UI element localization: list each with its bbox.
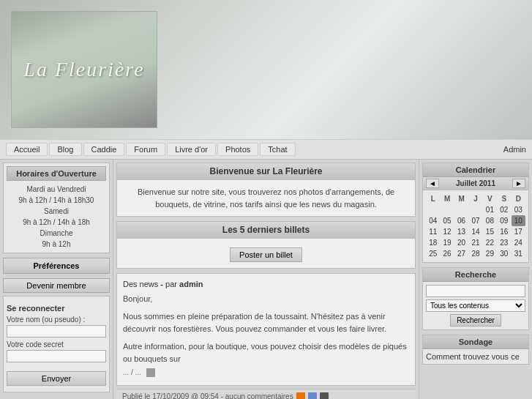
- left-sidebar: Horaires d'Ouverture Mardi au Vendredi 9…: [0, 160, 113, 399]
- cal-cell: 22: [483, 237, 497, 248]
- cal-row-0: 01 02 03: [426, 204, 525, 215]
- cal-today: 10: [512, 215, 525, 226]
- nav-item-blog[interactable]: Blog: [49, 143, 81, 156]
- cal-header-V: V: [483, 193, 497, 204]
- cal-cell: 03: [512, 204, 525, 215]
- cal-cell: 04: [426, 215, 440, 226]
- nav-admin[interactable]: Admin: [503, 145, 526, 154]
- cal-header-M1: M: [440, 193, 454, 204]
- cal-cell: 30: [497, 248, 511, 259]
- cal-cell: 15: [483, 226, 497, 237]
- article-section: Des news - par admin Bonjour, Nous somme…: [116, 273, 416, 386]
- sondage-box: Sondage Comment trouvez vous ce: [422, 335, 529, 365]
- cal-cell: 14: [468, 226, 482, 237]
- hours-title: Horaires d'Ouverture: [7, 166, 106, 181]
- search-select[interactable]: Tous les contenus: [426, 299, 525, 312]
- cal-cell: 17: [512, 226, 525, 237]
- cal-header-J: J: [468, 193, 482, 204]
- cal-header-M2: M: [454, 193, 468, 204]
- sondage-title: Sondage: [423, 335, 528, 349]
- cal-cell: [426, 204, 440, 215]
- envoyer-button[interactable]: Envoyer: [7, 371, 106, 386]
- hours-line-3: 9h à 12h / 14h à 18h: [23, 218, 90, 226]
- welcome-box: Bienvenue sur La Fleurière Bienvenue sur…: [116, 163, 416, 217]
- calendar-nav: ◄ Juillet 2011 ►: [423, 177, 528, 190]
- cal-cell: 27: [454, 248, 468, 259]
- site-title: La Fleurière: [23, 58, 144, 81]
- sondage-body: Comment trouvez vous ce: [423, 349, 528, 364]
- search-title: Recherche: [423, 268, 528, 282]
- calendar-next-button[interactable]: ►: [512, 179, 525, 188]
- welcome-text: Bienvenue sur notre site, vous trouverez…: [138, 187, 394, 209]
- hours-line-1: 9h à 12h / 14h à 18h30: [19, 196, 94, 204]
- article-body: Bonjour, Nous sommes en pleine préparati…: [123, 293, 409, 379]
- nav-item-forum[interactable]: Forum: [126, 143, 165, 156]
- search-body: Tous les contenus Rechercher: [423, 282, 528, 329]
- code-input[interactable]: [7, 350, 106, 362]
- cal-cell: 31: [512, 248, 525, 259]
- cal-cell: 20: [454, 237, 468, 248]
- sondage-text: Comment trouvez vous ce: [426, 352, 520, 361]
- cal-cell: 05: [440, 215, 454, 226]
- cal-cell: [468, 204, 482, 215]
- cal-row-3: 18 19 20 21 22 23 24: [426, 237, 525, 248]
- cal-cell: 24: [512, 237, 525, 248]
- site-header: La Fleurière: [0, 0, 532, 139]
- search-button[interactable]: Rechercher: [450, 314, 501, 327]
- navbar: Accueil Blog Caddie Forum Livre d'or Pho…: [0, 139, 532, 160]
- hours-line-5: 9h à 12h: [42, 240, 71, 248]
- calendar-box: Calendrier ◄ Juillet 2011 ► L M M J V: [422, 163, 529, 263]
- last-posts-box: Les 5 derniers billets Poster un billet: [116, 221, 416, 269]
- main-layout: Horaires d'Ouverture Mardi au Vendredi 9…: [0, 160, 532, 399]
- cal-cell: 21: [468, 237, 482, 248]
- reconnect-title: Se reconnecter: [7, 304, 106, 313]
- rss-icon: [296, 392, 305, 399]
- devenir-membre-button[interactable]: Devenir membre: [3, 278, 110, 293]
- cal-cell: 18: [426, 237, 440, 248]
- article-body-3: Autre information, pour la boutique, vou…: [123, 340, 409, 366]
- hours-box: Horaires d'Ouverture Mardi au Vendredi 9…: [3, 163, 110, 253]
- cal-cell: 08: [483, 215, 497, 226]
- nom-input[interactable]: [7, 325, 106, 338]
- preferences-button[interactable]: Préférences: [3, 258, 110, 274]
- nav-item-accueil[interactable]: Accueil: [6, 143, 48, 156]
- cal-header-L: L: [426, 193, 440, 204]
- search-input[interactable]: [426, 285, 525, 297]
- nav-item-livre-dor[interactable]: Livre d'or: [167, 143, 216, 156]
- article-footer: Publié le 17/10/2009 @ 09:54 - aucun com…: [116, 389, 416, 399]
- welcome-title: Bienvenue sur La Fleurière: [117, 163, 415, 180]
- article-meta: Des news - par admin: [123, 280, 409, 288]
- calendar-title: Calendrier: [423, 163, 528, 177]
- hours-line-2: Samedi: [44, 207, 69, 215]
- post-billet-button[interactable]: Poster un billet: [230, 247, 302, 262]
- cal-cell: 09: [497, 215, 511, 226]
- print-icon: [320, 392, 329, 399]
- nav-links: Accueil Blog Caddie Forum Livre d'or Pho…: [6, 143, 296, 156]
- calendar-prev-button[interactable]: ◄: [426, 179, 439, 188]
- right-sidebar: Calendrier ◄ Juillet 2011 ► L M M J V: [419, 160, 532, 399]
- article-footer-text: Publié le 17/10/2009 @ 09:54 - aucun com…: [122, 392, 293, 399]
- cal-row-1: 04 05 06 07 08 09 10: [426, 215, 525, 226]
- cal-cell: 29: [483, 248, 497, 259]
- nav-item-tchat[interactable]: Tchat: [260, 143, 295, 156]
- cal-header-D: D: [512, 193, 525, 204]
- nom-label: Votre nom (ou pseudo) :: [7, 316, 106, 324]
- code-label: Votre code secret: [7, 340, 106, 348]
- center-content: Bienvenue sur La Fleurière Bienvenue sur…: [113, 160, 419, 399]
- cal-cell: 26: [440, 248, 454, 259]
- cal-cell: 11: [426, 226, 440, 237]
- cal-cell: 19: [440, 237, 454, 248]
- calendar-rows: 01 02 03 04 05 06 07 08 09 10: [426, 204, 525, 259]
- nav-item-caddie[interactable]: Caddie: [83, 143, 125, 156]
- article-meta-prefix: Des news: [123, 280, 158, 288]
- article-body-1: Bonjour,: [123, 293, 409, 306]
- cal-cell: [440, 204, 454, 215]
- cal-cell: 06: [454, 215, 468, 226]
- nav-item-photos[interactable]: Photos: [217, 143, 258, 156]
- hours-text: Mardi au Vendredi 9h à 12h / 14h à 18h30…: [7, 184, 106, 250]
- search-box: Recherche Tous les contenus Rechercher: [422, 267, 529, 330]
- cal-cell: 23: [497, 237, 511, 248]
- cal-cell: 13: [454, 226, 468, 237]
- email-icon: [308, 392, 317, 399]
- cal-cell: 01: [483, 204, 497, 215]
